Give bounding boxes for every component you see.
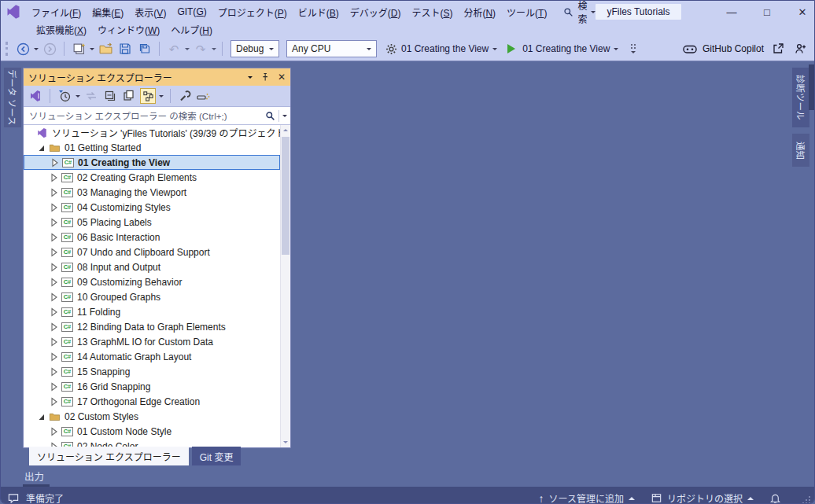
toolbar-grip[interactable] — [6, 42, 9, 56]
feedback-bubble-icon[interactable] — [7, 492, 20, 504]
tree-item-folder-1[interactable]: 01 Getting Started — [24, 140, 280, 155]
share-icon[interactable] — [769, 40, 787, 57]
tree-item-folder-19[interactable]: 02 Custom Styles — [24, 409, 280, 424]
menu-item-4[interactable]: プロジェクト(P) — [212, 4, 293, 20]
pin-icon[interactable] — [260, 72, 270, 82]
send-feedback-icon[interactable] — [792, 40, 809, 57]
navigate-back-dropdown[interactable] — [34, 48, 39, 53]
menu-item-9[interactable]: ツール(T) — [501, 4, 552, 20]
github-copilot-label[interactable]: GitHub Copilot — [703, 43, 764, 54]
tree-item-project-9[interactable]: C#08 Input and Output — [24, 259, 280, 274]
filter-dropdown-icon[interactable] — [76, 95, 80, 100]
menu-item-0[interactable]: ファイル(F) — [26, 4, 87, 20]
menu-item-1[interactable]: ウィンドウ(W) — [92, 21, 165, 38]
menu-bar-row2: 拡張機能(X)ウィンドウ(W)ヘルプ(H) — [31, 21, 218, 38]
switch-views-icon[interactable] — [28, 88, 43, 104]
select-repository-button[interactable]: リポジトリの選択 — [651, 491, 754, 504]
tree-item-project-14[interactable]: C#13 GraphML IO for Custom Data — [24, 334, 280, 349]
search-icon[interactable] — [265, 111, 275, 121]
tree-item-project-5[interactable]: C#04 Customizing Styles — [24, 200, 280, 215]
sync-dropdown-icon[interactable] — [159, 95, 164, 100]
properties-wrench-icon[interactable] — [177, 88, 193, 104]
scroll-up-icon[interactable] — [283, 129, 288, 131]
toolbar-overflow-button[interactable] — [625, 40, 642, 57]
tree-item-project-4[interactable]: C#03 Managing the Viewport — [24, 185, 280, 200]
sidebar-tab-data-sources[interactable]: データ ソース — [4, 68, 21, 127]
save-all-button[interactable] — [136, 40, 153, 57]
sidebar-tab-diagnostic-tools[interactable]: 診断ツール — [792, 68, 809, 127]
menu-item-0[interactable]: 拡張機能(X) — [31, 21, 92, 38]
undo-dropdown[interactable] — [185, 48, 190, 53]
github-copilot-icon[interactable] — [683, 43, 697, 55]
tree-item-solution-0[interactable]: ソリューション 'yFiles Tutorials' (39/39 のプロジェク… — [24, 125, 280, 140]
scroll-thumb[interactable] — [282, 137, 289, 255]
solution-configurations-combo[interactable]: Debug — [230, 40, 279, 57]
tree-item-project-3[interactable]: C#02 Creating Graph Elements — [24, 170, 280, 185]
platform-value: Any CPU — [292, 43, 330, 54]
sync-with-active-document-toggle[interactable] — [140, 88, 156, 104]
tab-solution-explorer[interactable]: ソリューション エクスプローラー — [29, 447, 189, 465]
tree-item-label: ソリューション 'yFiles Tutorials' (39/39 のプロジェク… — [52, 126, 280, 139]
menu-item-8[interactable]: 分析(N) — [458, 4, 501, 20]
startup-project-button[interactable]: 01 Creating the View — [382, 43, 501, 55]
scroll-down-icon[interactable] — [283, 441, 288, 443]
show-all-files-icon[interactable] — [121, 88, 137, 104]
solution-platforms-combo[interactable]: Any CPU — [286, 40, 377, 57]
sync-icon[interactable] — [83, 88, 99, 104]
tree-item-project-12[interactable]: C#11 Folding — [24, 304, 280, 319]
maximize-button[interactable]: □ — [750, 2, 785, 21]
close-button[interactable]: ✕ — [785, 2, 815, 21]
tree-item-project-6[interactable]: C#05 Placing Labels — [24, 215, 280, 230]
collapse-all-icon[interactable] — [102, 88, 118, 104]
solution-explorer-search[interactable]: ソリューション エクスプローラー の検索 (Ctrl+;) — [24, 107, 290, 125]
tab-git-changes[interactable]: Git 変更 — [192, 447, 242, 465]
menu-item-7[interactable]: テスト(S) — [406, 4, 458, 20]
tree-item-project-11[interactable]: C#10 Grouped Graphs — [24, 289, 280, 304]
undo-icon[interactable]: ↶ — [165, 40, 183, 57]
pending-changes-filter-icon[interactable] — [57, 88, 72, 104]
new-project-dropdown[interactable] — [90, 48, 94, 53]
save-button[interactable] — [116, 40, 134, 57]
tree-item-project-8[interactable]: C#07 Undo and Clipboard Support — [24, 245, 280, 259]
menu-item-1[interactable]: 編集(E) — [87, 4, 129, 20]
menu-item-2[interactable]: 表示(V) — [129, 4, 171, 20]
redo-dropdown[interactable] — [212, 48, 216, 53]
tree-item-project-10[interactable]: C#09 Customizing Behavior — [24, 274, 280, 289]
menu-item-5[interactable]: ビルド(B) — [293, 4, 345, 20]
tree-item-project-17[interactable]: C#16 Grid Snapping — [24, 379, 280, 394]
tab-output[interactable]: 出力 — [24, 469, 44, 484]
tree-item-project-18[interactable]: C#17 Orthogonal Edge Creation — [24, 394, 280, 409]
sidebar-tab-notifications[interactable]: 通知 — [792, 134, 809, 167]
output-tab-indicator — [23, 484, 50, 487]
scrollbar[interactable] — [809, 64, 814, 110]
close-icon[interactable]: ✕ — [278, 72, 286, 83]
menu-item-3[interactable]: GIT(G) — [171, 5, 212, 19]
chevron-down-icon — [492, 48, 497, 53]
window-position-dropdown-icon[interactable] — [248, 76, 253, 81]
search-options-dropdown-icon[interactable] — [282, 115, 287, 120]
tree-item-project-15[interactable]: C#14 Automatic Graph Layout — [24, 349, 280, 364]
tree-item-project-2[interactable]: C#01 Creating the View — [24, 155, 280, 170]
tree-item-project-13[interactable]: C#12 Binding Data to Graph Elements — [24, 319, 280, 334]
start-debugging-button[interactable]: 01 Creating the View — [503, 43, 622, 54]
add-to-source-control-button[interactable]: ↑ ソース管理に追加 — [539, 491, 635, 504]
titlebar-search[interactable]: 検索 — [563, 0, 596, 25]
menu-item-6[interactable]: デバッグ(D) — [345, 4, 407, 20]
minimize-button[interactable]: — — [714, 2, 750, 21]
expander-expanded-icon — [38, 412, 46, 421]
tree-item-project-16[interactable]: C#15 Snapping — [24, 364, 280, 379]
resize-grip[interactable] — [802, 495, 811, 504]
redo-icon[interactable]: ↷ — [192, 40, 209, 57]
window-title: yFiles Tutorials — [596, 4, 680, 20]
tree-scrollbar[interactable] — [280, 125, 290, 447]
menu-item-2[interactable]: ヘルプ(H) — [165, 21, 218, 38]
open-file-button[interactable] — [97, 40, 114, 57]
navigate-back-button[interactable] — [14, 40, 31, 57]
tree-item-project-7[interactable]: C#06 Basic Interaction — [24, 230, 280, 245]
tree-item-project-20[interactable]: C#01 Custom Node Style — [24, 424, 280, 439]
bell-icon[interactable] — [769, 492, 781, 504]
solution-explorer-titlebar[interactable]: ソリューション エクスプローラー ✕ — [24, 68, 290, 86]
new-project-button[interactable] — [70, 40, 87, 57]
preview-selected-items-icon[interactable] — [196, 88, 212, 104]
navigate-forward-button[interactable] — [41, 40, 58, 57]
